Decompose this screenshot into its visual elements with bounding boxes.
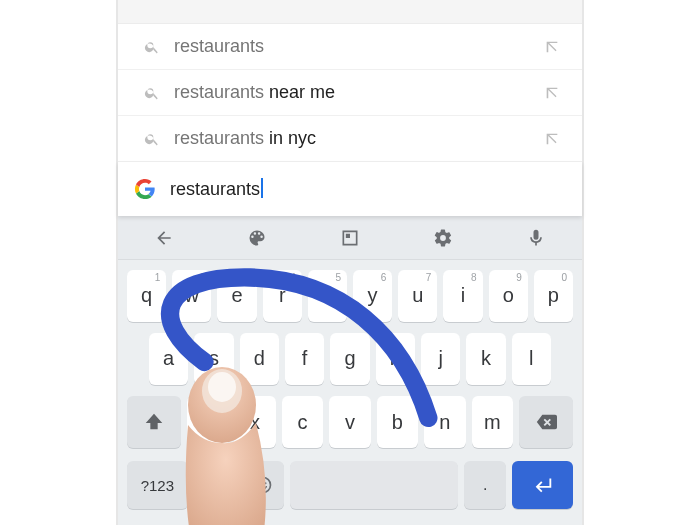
back-arrow-icon[interactable] [144, 228, 184, 248]
key-x[interactable]: x [234, 396, 275, 448]
key-u[interactable]: u7 [398, 270, 437, 322]
suggestion-text: restaurants near me [166, 82, 538, 103]
gear-icon[interactable] [423, 228, 463, 248]
key-d[interactable]: d [240, 333, 279, 385]
key-row-4: ?123 , . [124, 454, 576, 517]
comma-key[interactable]: , [194, 461, 236, 509]
space-key[interactable] [290, 461, 458, 509]
key-i[interactable]: i8 [443, 270, 482, 322]
key-h[interactable]: h [376, 333, 415, 385]
key-a[interactable]: a [149, 333, 188, 385]
key-b[interactable]: b [377, 396, 418, 448]
key-o[interactable]: o9 [489, 270, 528, 322]
key-row-2: asdfghjkl [124, 327, 576, 390]
key-row-3: zxcvbnm [124, 391, 576, 454]
square-icon[interactable] [330, 228, 370, 248]
key-g[interactable]: g [330, 333, 369, 385]
search-input[interactable]: restaurants [170, 178, 263, 200]
svg-point-1 [259, 483, 261, 485]
search-icon [138, 131, 166, 147]
suggestion-item[interactable]: restaurants near me [118, 70, 582, 116]
key-l[interactable]: l [512, 333, 551, 385]
keyboard: q1w2e3r4t5y6u7i8o9p0 asdfghjkl zxcvbnm ?… [118, 260, 582, 525]
search-icon [138, 85, 166, 101]
key-z[interactable]: z [187, 396, 228, 448]
status-bar [118, 0, 582, 24]
key-row-1: q1w2e3r4t5y6u7i8o9p0 [124, 264, 576, 327]
key-j[interactable]: j [421, 333, 460, 385]
key-t[interactable]: t5 [308, 270, 347, 322]
key-n[interactable]: n [424, 396, 465, 448]
suggestion-item[interactable]: restaurants [118, 24, 582, 70]
period-key[interactable]: . [464, 461, 506, 509]
palette-icon[interactable] [237, 228, 277, 248]
emoji-key[interactable] [242, 461, 284, 509]
svg-point-0 [255, 478, 270, 493]
suggestion-item[interactable]: restaurants in nyc [118, 116, 582, 162]
svg-point-2 [264, 483, 266, 485]
key-q[interactable]: q1 [127, 270, 166, 322]
key-m[interactable]: m [472, 396, 513, 448]
suggestion-text: restaurants [166, 36, 538, 57]
key-v[interactable]: v [329, 396, 370, 448]
enter-key[interactable] [512, 461, 573, 509]
search-bar[interactable]: restaurants [118, 162, 582, 216]
mic-icon[interactable] [516, 228, 556, 248]
insert-arrow-icon[interactable] [538, 85, 566, 101]
insert-arrow-icon[interactable] [538, 131, 566, 147]
key-e[interactable]: e3 [217, 270, 256, 322]
symbols-key[interactable]: ?123 [127, 461, 188, 509]
key-r[interactable]: r4 [263, 270, 302, 322]
insert-arrow-icon[interactable] [538, 39, 566, 55]
search-icon [138, 39, 166, 55]
key-f[interactable]: f [285, 333, 324, 385]
suggestion-text: restaurants in nyc [166, 128, 538, 149]
keyboard-toolbar [118, 216, 582, 260]
key-w[interactable]: w2 [172, 270, 211, 322]
key-k[interactable]: k [466, 333, 505, 385]
shift-key[interactable] [127, 396, 181, 448]
text-caret [261, 178, 263, 198]
backspace-key[interactable] [519, 396, 573, 448]
google-logo-icon [134, 178, 156, 200]
key-c[interactable]: c [282, 396, 323, 448]
suggestion-list: restaurants restaurants near me restaura… [118, 24, 582, 162]
key-s[interactable]: s [194, 333, 233, 385]
key-y[interactable]: y6 [353, 270, 392, 322]
phone-frame: restaurants restaurants near me restaura… [116, 0, 584, 525]
key-p[interactable]: p0 [534, 270, 573, 322]
